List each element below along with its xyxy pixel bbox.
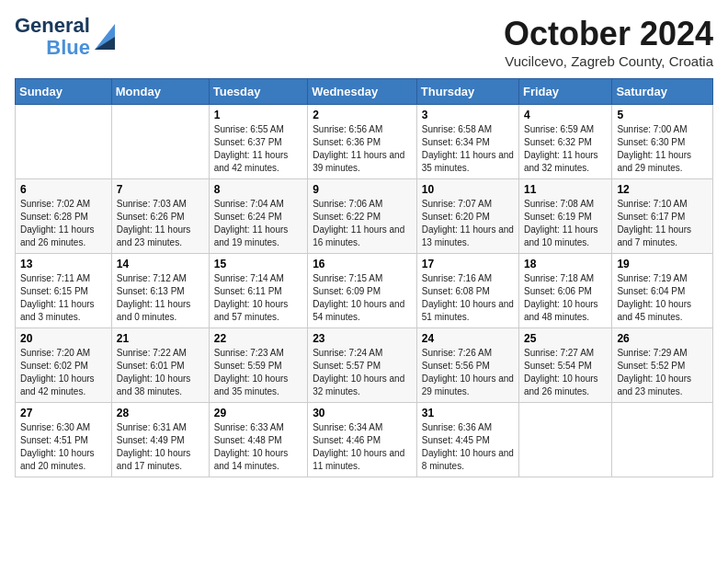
day-number: 14	[117, 258, 204, 270]
day-details: Sunrise: 6:55 AM Sunset: 6:37 PM Dayligh…	[214, 123, 302, 175]
day-number: 18	[524, 258, 607, 270]
day-number: 5	[617, 109, 708, 121]
day-number: 20	[20, 332, 107, 345]
day-number: 28	[117, 407, 204, 419]
day-number: 10	[422, 183, 514, 196]
day-number: 9	[313, 183, 412, 196]
day-details: Sunrise: 7:11 AM Sunset: 6:15 PM Dayligh…	[20, 272, 107, 324]
day-details: Sunrise: 7:03 AM Sunset: 6:26 PM Dayligh…	[117, 198, 204, 249]
day-number: 25	[524, 332, 607, 345]
logo-line1: General	[15, 15, 90, 37]
day-cell-9: 8Sunrise: 7:04 AM Sunset: 6:24 PM Daylig…	[209, 179, 307, 254]
day-number: 8	[214, 183, 302, 196]
day-number: 11	[524, 183, 607, 196]
day-details: Sunrise: 7:29 AM Sunset: 5:52 PM Dayligh…	[617, 347, 708, 398]
day-cell-31: 30Sunrise: 6:34 AM Sunset: 4:46 PM Dayli…	[308, 403, 417, 477]
day-number: 22	[214, 332, 302, 345]
week-row-3: 13Sunrise: 7:11 AM Sunset: 6:15 PM Dayli…	[16, 254, 713, 328]
day-details: Sunrise: 7:24 AM Sunset: 5:57 PM Dayligh…	[313, 347, 412, 398]
day-details: Sunrise: 7:16 AM Sunset: 6:08 PM Dayligh…	[422, 272, 514, 324]
day-details: Sunrise: 7:20 AM Sunset: 6:02 PM Dayligh…	[20, 347, 107, 398]
day-cell-15: 14Sunrise: 7:12 AM Sunset: 6:13 PM Dayli…	[111, 254, 209, 328]
day-details: Sunrise: 7:19 AM Sunset: 6:04 PM Dayligh…	[617, 272, 708, 324]
day-details: Sunrise: 6:58 AM Sunset: 6:34 PM Dayligh…	[422, 123, 514, 175]
day-details: Sunrise: 6:59 AM Sunset: 6:32 PM Dayligh…	[524, 123, 607, 175]
day-cell-6: 5Sunrise: 7:00 AM Sunset: 6:30 PM Daylig…	[612, 105, 713, 179]
day-number: 24	[422, 332, 514, 345]
day-cell-20: 19Sunrise: 7:19 AM Sunset: 6:04 PM Dayli…	[612, 254, 713, 328]
week-row-2: 6Sunrise: 7:02 AM Sunset: 6:28 PM Daylig…	[16, 179, 713, 254]
day-cell-33	[518, 403, 611, 477]
day-cell-34	[612, 403, 713, 477]
day-number: 31	[422, 407, 514, 419]
header-cell-sunday: Sunday	[16, 79, 112, 105]
day-number: 4	[524, 109, 607, 121]
day-number: 27	[20, 407, 107, 419]
day-number: 17	[422, 258, 514, 270]
day-cell-4: 3Sunrise: 6:58 AM Sunset: 6:34 PM Daylig…	[416, 105, 518, 179]
day-details: Sunrise: 6:31 AM Sunset: 4:49 PM Dayligh…	[117, 421, 204, 473]
title-area: October 2024 Vucilcevo, Zagreb County, C…	[504, 15, 713, 69]
day-details: Sunrise: 7:26 AM Sunset: 5:56 PM Dayligh…	[422, 347, 514, 398]
calendar-table: SundayMondayTuesdayWednesdayThursdayFrid…	[15, 78, 713, 477]
day-cell-7: 6Sunrise: 7:02 AM Sunset: 6:28 PM Daylig…	[16, 179, 112, 254]
day-cell-16: 15Sunrise: 7:14 AM Sunset: 6:11 PM Dayli…	[209, 254, 307, 328]
location-label: Vucilcevo, Zagreb County, Croatia	[504, 53, 713, 69]
day-details: Sunrise: 7:23 AM Sunset: 5:59 PM Dayligh…	[214, 347, 302, 398]
header-cell-tuesday: Tuesday	[209, 79, 307, 105]
header-cell-monday: Monday	[111, 79, 209, 105]
day-details: Sunrise: 6:30 AM Sunset: 4:51 PM Dayligh…	[20, 421, 107, 473]
day-details: Sunrise: 7:18 AM Sunset: 6:06 PM Dayligh…	[524, 272, 607, 324]
day-details: Sunrise: 7:07 AM Sunset: 6:20 PM Dayligh…	[422, 198, 514, 249]
month-title: October 2024	[504, 15, 713, 53]
day-number: 13	[20, 258, 107, 270]
day-cell-21: 20Sunrise: 7:20 AM Sunset: 6:02 PM Dayli…	[16, 328, 112, 403]
day-number: 1	[214, 109, 302, 121]
week-row-1: 1Sunrise: 6:55 AM Sunset: 6:37 PM Daylig…	[16, 105, 713, 179]
day-details: Sunrise: 6:33 AM Sunset: 4:48 PM Dayligh…	[214, 421, 302, 473]
day-cell-22: 21Sunrise: 7:22 AM Sunset: 6:01 PM Dayli…	[111, 328, 209, 403]
day-details: Sunrise: 7:10 AM Sunset: 6:17 PM Dayligh…	[617, 198, 708, 249]
header-row: SundayMondayTuesdayWednesdayThursdayFrid…	[16, 79, 713, 105]
day-number: 15	[214, 258, 302, 270]
day-details: Sunrise: 7:02 AM Sunset: 6:28 PM Dayligh…	[20, 198, 107, 249]
day-details: Sunrise: 7:08 AM Sunset: 6:19 PM Dayligh…	[524, 198, 607, 249]
day-number: 21	[117, 332, 204, 345]
day-cell-19: 18Sunrise: 7:18 AM Sunset: 6:06 PM Dayli…	[518, 254, 611, 328]
day-details: Sunrise: 7:27 AM Sunset: 5:54 PM Dayligh…	[524, 347, 607, 398]
week-row-5: 27Sunrise: 6:30 AM Sunset: 4:51 PM Dayli…	[16, 403, 713, 477]
day-details: Sunrise: 7:12 AM Sunset: 6:13 PM Dayligh…	[117, 272, 204, 324]
logo-icon	[95, 24, 115, 50]
day-details: Sunrise: 6:56 AM Sunset: 6:36 PM Dayligh…	[313, 123, 412, 175]
day-number: 19	[617, 258, 708, 270]
day-cell-17: 16Sunrise: 7:15 AM Sunset: 6:09 PM Dayli…	[308, 254, 417, 328]
day-cell-30: 29Sunrise: 6:33 AM Sunset: 4:48 PM Dayli…	[209, 403, 307, 477]
logo-line2: Blue	[46, 37, 90, 59]
day-details: Sunrise: 7:04 AM Sunset: 6:24 PM Dayligh…	[214, 198, 302, 249]
day-cell-5: 4Sunrise: 6:59 AM Sunset: 6:32 PM Daylig…	[518, 105, 611, 179]
day-cell-25: 24Sunrise: 7:26 AM Sunset: 5:56 PM Dayli…	[416, 328, 518, 403]
day-number: 16	[313, 258, 412, 270]
day-cell-28: 27Sunrise: 6:30 AM Sunset: 4:51 PM Dayli…	[16, 403, 112, 477]
day-number: 29	[214, 407, 302, 419]
day-number: 30	[313, 407, 412, 419]
day-cell-3: 2Sunrise: 6:56 AM Sunset: 6:36 PM Daylig…	[308, 105, 417, 179]
day-number: 23	[313, 332, 412, 345]
day-details: Sunrise: 7:15 AM Sunset: 6:09 PM Dayligh…	[313, 272, 412, 324]
day-details: Sunrise: 6:36 AM Sunset: 4:45 PM Dayligh…	[422, 421, 514, 473]
day-number: 3	[422, 109, 514, 121]
day-cell-29: 28Sunrise: 6:31 AM Sunset: 4:49 PM Dayli…	[111, 403, 209, 477]
week-row-4: 20Sunrise: 7:20 AM Sunset: 6:02 PM Dayli…	[16, 328, 713, 403]
day-cell-13: 12Sunrise: 7:10 AM Sunset: 6:17 PM Dayli…	[612, 179, 713, 254]
day-number: 12	[617, 183, 708, 196]
day-cell-27: 26Sunrise: 7:29 AM Sunset: 5:52 PM Dayli…	[612, 328, 713, 403]
logo: General Blue	[15, 15, 115, 59]
header-cell-thursday: Thursday	[416, 79, 518, 105]
day-cell-11: 10Sunrise: 7:07 AM Sunset: 6:20 PM Dayli…	[416, 179, 518, 254]
day-cell-0	[16, 105, 112, 179]
day-number: 2	[313, 109, 412, 121]
day-details: Sunrise: 7:00 AM Sunset: 6:30 PM Dayligh…	[617, 123, 708, 175]
calendar-body: 1Sunrise: 6:55 AM Sunset: 6:37 PM Daylig…	[16, 105, 713, 477]
day-cell-32: 31Sunrise: 6:36 AM Sunset: 4:45 PM Dayli…	[416, 403, 518, 477]
header-cell-wednesday: Wednesday	[308, 79, 417, 105]
